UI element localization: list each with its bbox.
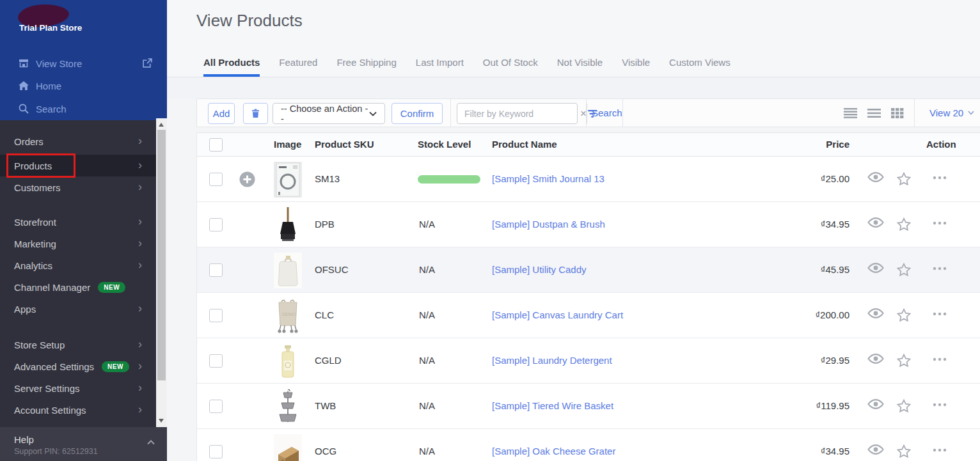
featured-star-icon[interactable] — [896, 444, 913, 460]
grid-view-icon[interactable] — [891, 108, 905, 118]
product-name-link[interactable]: [Sample] Smith Journal 13 — [492, 173, 605, 184]
dense-list-view-icon[interactable] — [844, 108, 857, 118]
more-actions-icon[interactable] — [933, 312, 949, 318]
add-button[interactable]: Add — [208, 103, 235, 124]
product-sku: CGLD — [315, 355, 342, 366]
product-image-oak-cheese-grater[interactable] — [274, 434, 302, 461]
help-panel[interactable]: Help Support PIN: 62512931 — [0, 427, 167, 461]
product-image-canvas-laundry-cart[interactable]: DEMO — [274, 298, 302, 333]
row-checkbox[interactable] — [209, 173, 223, 186]
sidebar-item-label: Advanced Settings — [14, 361, 94, 372]
more-actions-icon[interactable] — [933, 403, 949, 409]
scrollbar-thumb[interactable] — [157, 130, 166, 380]
more-actions-icon[interactable] — [933, 267, 949, 273]
featured-star-icon[interactable] — [896, 398, 913, 415]
toolbar-divider — [450, 99, 451, 127]
sidebar-item-analytics[interactable]: Analytics› — [0, 254, 156, 276]
sidebar-item-apps[interactable]: Apps› — [0, 298, 156, 320]
product-name-link[interactable]: [Sample] Utility Caddy — [492, 264, 587, 275]
product-name-link[interactable]: [Sample] Oak Cheese Grater — [492, 446, 615, 457]
product-image-laundry-detergent[interactable] — [274, 343, 302, 379]
list-view-icon[interactable] — [867, 108, 881, 118]
chevron-right-icon: › — [138, 382, 142, 393]
table-row: OFSUC N/A [Sample] Utility Caddy ₫45.95 — [197, 247, 980, 293]
row-checkbox[interactable] — [209, 309, 223, 322]
action-select[interactable]: -- Choose an Action -- — [273, 103, 385, 124]
sidebar-item-search[interactable]: Search — [0, 100, 156, 117]
featured-star-icon[interactable] — [896, 262, 913, 279]
select-all-checkbox[interactable] — [209, 138, 223, 152]
delete-button[interactable] — [243, 103, 268, 124]
chevron-up-icon[interactable] — [147, 440, 155, 445]
tab-not-visible[interactable]: Not Visible — [557, 57, 603, 77]
scroll-up-arrow-icon[interactable] — [159, 123, 164, 127]
product-name-link[interactable]: [Sample] Dustpan & Brush — [492, 219, 605, 230]
add-variant-icon[interactable] — [239, 171, 255, 187]
tab-out-of-stock[interactable]: Out Of Stock — [483, 57, 538, 77]
visibility-eye-icon[interactable] — [867, 308, 884, 324]
sidebar-item-customers[interactable]: Customers› — [0, 176, 156, 198]
sidebar-item-home[interactable]: Home — [0, 77, 156, 94]
tab-all-products[interactable]: All Products — [203, 57, 260, 77]
product-name-link[interactable]: [Sample] Laundry Detergent — [492, 355, 612, 366]
row-checkbox[interactable] — [209, 354, 223, 368]
tab-custom-views[interactable]: Custom Views — [669, 57, 731, 77]
featured-star-icon[interactable] — [896, 171, 913, 188]
sidebar-item-marketing[interactable]: Marketing› — [0, 233, 156, 254]
row-checkbox[interactable] — [209, 218, 223, 231]
visibility-eye-icon[interactable] — [867, 262, 884, 279]
more-actions-icon[interactable] — [933, 176, 949, 182]
row-checkbox[interactable] — [209, 445, 223, 458]
view-count-dropdown[interactable]: View 20 — [929, 99, 974, 127]
sidebar-item-channel-manager[interactable]: Channel ManagerNEW — [0, 276, 156, 298]
product-image-utility-caddy[interactable] — [274, 253, 302, 288]
sidebar-item-account-settings[interactable]: Account Settings› — [0, 399, 156, 421]
visibility-eye-icon[interactable] — [867, 217, 884, 233]
toolbar-divider — [622, 99, 623, 127]
sidebar-item-label: Marketing — [14, 238, 56, 249]
sidebar-item-orders[interactable]: Orders› — [0, 130, 156, 152]
confirm-button[interactable]: Confirm — [391, 103, 443, 124]
row-checkbox[interactable] — [209, 400, 223, 413]
filter-keyword-input[interactable] — [457, 104, 580, 123]
product-price: ₫119.95 — [816, 400, 850, 411]
sidebar-header: Trial Plan Store View Store Home — [0, 0, 167, 120]
scroll-down-arrow-icon[interactable] — [159, 419, 164, 423]
tab-visible[interactable]: Visible — [622, 57, 650, 77]
sidebar-item-label: Storefront — [14, 217, 56, 228]
sidebar-item-storefront[interactable]: Storefront› — [0, 211, 156, 233]
more-actions-icon[interactable] — [933, 357, 949, 364]
product-price: ₫25.00 — [821, 173, 850, 184]
support-pin: Support PIN: 62512931 — [14, 447, 98, 456]
featured-star-icon[interactable] — [896, 308, 913, 324]
sidebar-item-products[interactable]: Products› — [0, 155, 156, 176]
product-image-tiered-wire-basket[interactable] — [274, 389, 302, 424]
chevron-down-icon — [369, 111, 377, 116]
more-actions-icon[interactable] — [933, 448, 949, 455]
stock-level: N/A — [419, 400, 435, 411]
external-link-icon[interactable] — [142, 58, 153, 68]
product-name-link[interactable]: [Sample] Canvas Laundry Cart — [492, 309, 623, 320]
tab-featured[interactable]: Featured — [279, 57, 317, 77]
featured-star-icon[interactable] — [896, 217, 913, 233]
tab-free-shipping[interactable]: Free Shipping — [336, 57, 396, 77]
row-checkbox[interactable] — [209, 263, 223, 277]
visibility-eye-icon[interactable] — [867, 353, 884, 370]
chevron-right-icon: › — [138, 302, 142, 314]
sidebar-item-advanced-settings[interactable]: Advanced SettingsNEW› — [0, 356, 156, 377]
sidebar-scrollbar[interactable] — [156, 118, 167, 427]
product-image-smith-journal[interactable] — [274, 162, 302, 197]
sidebar-item-server-settings[interactable]: Server Settings› — [0, 377, 156, 399]
visibility-eye-icon[interactable] — [867, 444, 884, 460]
product-name-link[interactable]: [Sample] Tiered Wire Basket — [492, 400, 613, 411]
sidebar-item-store-setup[interactable]: Store Setup› — [0, 334, 156, 356]
featured-star-icon[interactable] — [896, 353, 913, 370]
tab-last-import[interactable]: Last Import — [416, 57, 464, 77]
search-link[interactable]: Search — [592, 99, 622, 127]
visibility-eye-icon[interactable] — [867, 171, 884, 188]
sidebar-item-view-store[interactable]: View Store — [0, 55, 156, 72]
stock-level: N/A — [419, 355, 435, 366]
visibility-eye-icon[interactable] — [867, 398, 884, 415]
product-image-dustpan-brush[interactable] — [274, 207, 302, 242]
more-actions-icon[interactable] — [933, 221, 949, 228]
